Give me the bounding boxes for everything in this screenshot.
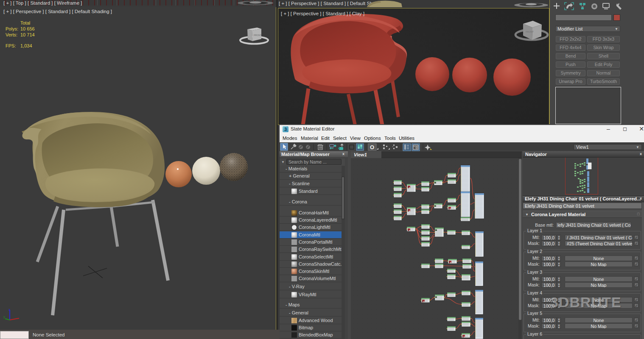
svg-text:FRONT: FRONT [254, 34, 262, 36]
svg-text:O: O [370, 144, 374, 150]
svg-text:z: z [8, 308, 10, 311]
svg-text:y: y [3, 315, 5, 319]
svg-text:FRONT: FRONT [526, 31, 534, 33]
